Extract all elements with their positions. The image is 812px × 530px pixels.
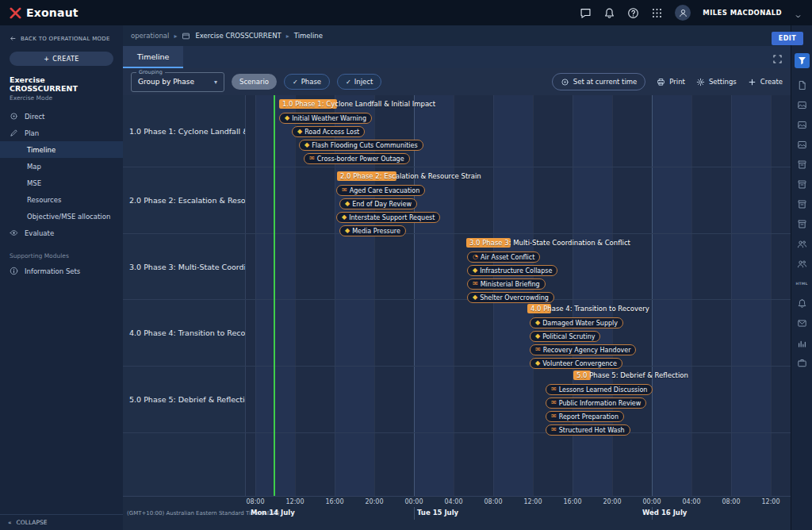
chevron-down-icon[interactable] [794, 9, 802, 17]
sidebar-item-objective-mse-allocation[interactable]: Objective/MSE allocation [0, 208, 123, 225]
sidebar-item-resources[interactable]: Resources [0, 191, 123, 208]
archive-icon[interactable] [795, 217, 810, 232]
sidebar-item-plan[interactable]: Plan [0, 125, 123, 141]
create-button[interactable]: Create [748, 78, 783, 86]
settings-button[interactable]: Settings [696, 78, 737, 86]
sidebar-item-map[interactable]: Map [0, 158, 123, 175]
bell-icon[interactable] [795, 296, 810, 311]
inject-label: Infrastructure Collapse [480, 267, 552, 275]
current-time-line [274, 95, 275, 496]
filter-icon[interactable] [795, 53, 810, 68]
fullscreen-icon[interactable] [772, 52, 783, 63]
inject-aged-care-evacuation[interactable]: ✉Aged Care Evacuation [336, 185, 425, 196]
evaluate-icon [10, 229, 18, 237]
inject-label: Shelter Overcrowding [480, 294, 549, 301]
inject-recovery-agency-handover[interactable]: ✉Recovery Agency Handover [530, 344, 636, 355]
inject-end-of-day-review[interactable]: ◆End of Day Review [339, 198, 417, 209]
set-at-current-time-button[interactable]: Set at current time [552, 73, 645, 90]
inject-label: Ministerial Briefing [481, 281, 540, 288]
html-label: HTML [796, 282, 808, 286]
inject-label: Structured Hot Wash [559, 427, 625, 434]
clock-icon: ◔ [473, 254, 478, 260]
logo-x-icon [10, 7, 21, 19]
inject-cross-border-power-outage[interactable]: ✉Cross-border Power Outage [304, 153, 410, 164]
axis-tick-label: 20:00 [358, 498, 390, 505]
inject-public-information-review[interactable]: ✉Public Information Review [546, 398, 646, 409]
archive-icon[interactable] [795, 157, 810, 172]
timeline-row-phase-5: 5.0 Phase 5: Debrief & Reflection5.0 Pha… [123, 367, 791, 433]
row-label-phase-3: 3.0 Phase 3: Multi-State Coordination... [123, 234, 246, 299]
sidebar-item-label: Map [27, 163, 41, 171]
warning-icon: ◆ [285, 115, 289, 121]
inject-initial-weather-warning[interactable]: ◆Initial Weather Warning [279, 113, 372, 124]
create-button[interactable]: + CREATE [10, 52, 113, 66]
inject-media-pressure[interactable]: ◆Media Pressure [339, 225, 406, 236]
inject-shelter-overcrowding[interactable]: ◆Shelter Overcrowding [467, 292, 554, 303]
archive-icon[interactable] [795, 197, 810, 212]
chat-icon[interactable] [580, 7, 592, 19]
tab-bar: Timeline [123, 46, 791, 68]
panel-preview-icon[interactable] [795, 137, 810, 152]
row-cells-phase-4: 4.0 Phase 4: Transition to Recovery◆Dama… [246, 300, 791, 366]
exercise-title: Exercise CROSSCURRENT [0, 67, 123, 93]
check-icon: ✓ [346, 79, 351, 86]
direct-icon [10, 112, 18, 121]
inject-label: Aged Care Evacuation [350, 187, 420, 194]
sidebar-item-mse[interactable]: MSE [0, 175, 123, 191]
breadcrumb-operational[interactable]: operational [131, 32, 169, 40]
axis-tick-label: 16:00 [557, 498, 588, 505]
inject-ministerial-briefing[interactable]: ✉Ministerial Briefing [467, 278, 546, 290]
back-to-operational-mode-link[interactable]: BACK TO OPERATIONAL MODE [0, 25, 123, 45]
exercise-mode-label: Exercise Mode [0, 93, 123, 108]
inject-report-preparation[interactable]: ✉Report Preparation [546, 411, 624, 422]
edit-button[interactable]: EDIT [772, 32, 803, 45]
breadcrumb-exercise[interactable]: Exercise CROSSCURRENT [195, 32, 281, 40]
html-icon[interactable]: HTML [795, 276, 810, 291]
gantt-chart: 1.0 Phase 1: Cyclone Landfall & Initia..… [123, 95, 791, 496]
apps-grid-icon[interactable] [651, 7, 663, 19]
sidebar-item-label: Direct [25, 113, 44, 121]
sidebar-item-direct[interactable]: Direct [0, 108, 123, 125]
inject-interstate-support-request[interactable]: ◆Interstate Support Request [336, 212, 440, 223]
filter-chip-inject[interactable]: ✓Inject [337, 74, 381, 90]
axis-tick-label: 20:00 [596, 498, 628, 505]
users-icon[interactable] [795, 256, 810, 271]
avatar[interactable] [675, 5, 691, 21]
filter-chip-scenario[interactable]: Scenario [232, 74, 277, 90]
axis-tick-label: 12:00 [755, 498, 787, 505]
help-icon[interactable] [627, 7, 639, 19]
action-label: Settings [709, 78, 737, 86]
panel-preview-icon[interactable] [795, 98, 810, 113]
inject-air-asset-conflict[interactable]: ◔Air Asset Conflict [467, 252, 540, 263]
warning-icon: ◆ [342, 214, 347, 221]
sidebar-item-timeline[interactable]: Timeline [0, 141, 123, 158]
print-button[interactable]: Print [657, 78, 685, 86]
inject-political-scrutiny[interactable]: ◆Political Scrutiny [530, 331, 600, 342]
mail-icon[interactable] [795, 316, 810, 331]
user-name: MILES MACDONALD [703, 9, 782, 17]
axis-tick-label: 08:00 [239, 498, 271, 505]
day-separator [414, 507, 415, 520]
shell: BACK TO OPERATIONAL MODE + CREATE Exerci… [0, 25, 812, 530]
filter-chip-phase[interactable]: ✓Phase [284, 74, 330, 90]
users-icon[interactable] [795, 236, 810, 252]
notifications-bell-icon[interactable] [603, 7, 615, 19]
sidebar-item-information-sets[interactable]: Information Sets [0, 263, 123, 279]
inject-flash-flooding-cuts-communities[interactable]: ◆Flash Flooding Cuts Communities [299, 140, 423, 151]
chart-icon[interactable] [795, 336, 810, 351]
panel-preview-icon[interactable] [795, 117, 810, 132]
inject-volunteer-convergence[interactable]: ◆Volunteer Convergence [530, 358, 622, 369]
archive-icon[interactable] [795, 177, 810, 192]
tab-timeline[interactable]: Timeline [123, 46, 183, 68]
inject-road-access-lost[interactable]: ◆Road Access Lost [292, 126, 365, 137]
phase-bar-label: 2.0 Phase 2: Escalation & Resource Strai… [340, 171, 481, 181]
inject-structured-hot-wash[interactable]: ✉Structured Hot Wash [546, 424, 630, 436]
inject-infrastructure-collapse[interactable]: ◆Infrastructure Collapse [467, 265, 557, 276]
file-icon[interactable] [795, 78, 810, 93]
inject-damaged-water-supply[interactable]: ◆Damaged Water Supply [530, 317, 623, 328]
grouping-select[interactable]: Grouping Group by Phase ▾ [131, 72, 224, 92]
briefcase-icon[interactable] [795, 355, 810, 371]
sidebar-item-evaluate[interactable]: Evaluate [0, 225, 123, 241]
collapse-button[interactable]: « COLLAPSE [0, 514, 123, 530]
inject-lessons-learned-discussion[interactable]: ✉Lessons Learned Discussion [546, 384, 653, 395]
